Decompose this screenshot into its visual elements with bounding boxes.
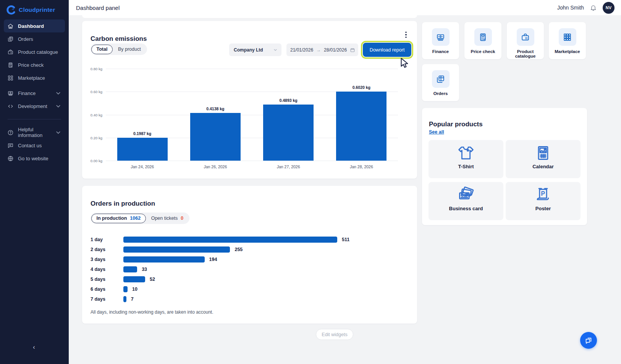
x-axis-tick-label: Jan 26, 2026 <box>190 164 241 169</box>
notifications-bell-icon[interactable] <box>590 4 597 11</box>
bar-value-label: 0.1987 kg <box>117 131 168 136</box>
sidebar-item-label: Price check <box>18 62 44 68</box>
product-tile-calendar[interactable]: Calendar <box>506 140 581 178</box>
quick-link-label: Finance <box>432 49 449 54</box>
sidebar-item-dashboard[interactable]: Dashboard <box>4 19 65 32</box>
quick-link-product-catalogue[interactable]: Product catalogue <box>507 22 544 59</box>
carbon-emissions-title: Carbon emissions <box>91 35 147 43</box>
company-select[interactable]: Company Ltd <box>229 43 281 56</box>
poster-icon: P <box>535 182 551 203</box>
bar-value-label: 52 <box>150 276 155 282</box>
product-tile-poster[interactable]: PPoster <box>506 182 581 220</box>
tab-count-badge: 1062 <box>130 216 141 221</box>
bar-value-label: 0.4138 kg <box>190 106 241 111</box>
calendar-product-icon <box>535 140 551 161</box>
brand-logo: Cloudprinter <box>0 0 69 19</box>
bar-value-label: 194 <box>209 256 217 263</box>
help-icon <box>7 129 14 136</box>
orders-bar-3-days <box>123 256 205 263</box>
sidebar-item-go-to-website[interactable]: Go to website <box>4 152 65 165</box>
sidebar-item-product-catalogue[interactable]: Product catalogue <box>4 45 65 58</box>
sidebar-item-label: Development <box>18 103 47 109</box>
sidebar-item-helpful-information[interactable]: Helpful information <box>4 126 65 139</box>
orders-in-production-title: Orders in production <box>91 200 155 208</box>
x-axis-tick-label: Jan 27, 2026 <box>263 164 314 169</box>
x-axis-tick-label: Jan 28, 2026 <box>336 164 387 169</box>
y-axis-tick-label: 0.80 kg <box>82 67 102 71</box>
duration-label: 2 days <box>91 246 120 253</box>
duration-label: 6 days <box>91 286 120 292</box>
quick-link-icon-box <box>432 70 450 88</box>
carbon-tab-by-product[interactable]: By product <box>113 44 146 54</box>
quick-link-icon-box <box>474 28 492 46</box>
x-axis-tick-label: Jan 24, 2026 <box>117 164 168 169</box>
chat-widget-button[interactable] <box>580 332 597 349</box>
bar-value-label: 10 <box>132 286 137 292</box>
chevron-down-icon <box>55 90 61 97</box>
marketplace-grid-icon <box>563 32 572 42</box>
sidebar-item-label: Helpful information <box>18 127 51 138</box>
see-all-link[interactable]: See all <box>429 129 444 135</box>
orders-bar-5-days <box>123 276 145 282</box>
brand-name: Cloudprinter <box>19 6 55 13</box>
sidebar-item-contact-us[interactable]: Contact us <box>4 139 65 152</box>
orders-tab-open-tickets[interactable]: Open tickets0 <box>146 213 189 223</box>
orders-tab-in-production[interactable]: In production1062 <box>91 214 146 223</box>
sidebar-collapse-button[interactable]: ‹ <box>27 343 40 352</box>
duration-label: 5 days <box>91 276 120 282</box>
product-label: Poster <box>535 206 551 211</box>
price-check-icon <box>478 32 488 42</box>
sidebar-item-label: Go to website <box>18 156 49 161</box>
product-label: Business card <box>449 206 483 211</box>
popular-products-card: Popular products See all T-ShirtCalendar… <box>422 108 587 225</box>
product-tile-business-card[interactable]: Business card <box>429 182 503 220</box>
duration-label: 3 days <box>91 256 120 263</box>
orders-bar-1-day <box>123 237 337 243</box>
tab-label: Total <box>97 47 108 52</box>
sidebar-item-finance[interactable]: Finance <box>4 87 65 100</box>
product-tile-t-shirt[interactable]: T-Shirt <box>429 140 503 178</box>
carbon-bar-jan-24-2026 <box>117 138 168 161</box>
bar-value-label: 255 <box>234 246 243 253</box>
carbon-bar-jan-28-2026 <box>336 92 387 161</box>
orders-bar-7-days <box>123 296 126 302</box>
carbon-emissions-card: Carbon emissions TotalBy product Company… <box>82 21 417 179</box>
y-axis-tick-label: 0.40 kg <box>82 113 102 117</box>
chevron-down-icon <box>273 48 278 52</box>
date-from: 21/01/2026 <box>290 47 313 53</box>
calendar-icon <box>350 47 355 53</box>
contact-icon <box>7 142 14 149</box>
quick-link-marketplace[interactable]: Marketplace <box>549 22 586 59</box>
download-report-button[interactable]: Download report <box>363 43 411 57</box>
sidebar-item-development[interactable]: Development <box>4 100 65 113</box>
sidebar-item-marketplace[interactable]: Marketplace <box>4 71 65 84</box>
duration-label: 1 day <box>91 237 120 243</box>
quick-link-orders[interactable]: Orders <box>422 64 459 101</box>
finance-icon <box>7 90 14 97</box>
development-icon <box>7 103 14 110</box>
sidebar-nav: DashboardOrdersProduct cataloguePrice ch… <box>0 19 69 165</box>
y-axis-tick-label: 0.00 kg <box>82 159 102 163</box>
tab-count-badge: 0 <box>181 216 183 221</box>
orders-bar-6-days <box>123 286 128 292</box>
marketplace-icon <box>7 75 14 81</box>
orders-bar-4-days <box>123 266 137 272</box>
sidebar-item-orders[interactable]: Orders <box>4 32 65 45</box>
quick-link-finance[interactable]: Finance <box>422 22 459 59</box>
scrolled-card-edge <box>82 15 417 18</box>
edit-widgets-button[interactable]: Edit widgets <box>316 329 353 340</box>
finance-icon <box>436 32 445 42</box>
carbon-tab-total[interactable]: Total <box>91 45 113 54</box>
avatar[interactable]: NV <box>603 2 615 14</box>
quick-link-price-check[interactable]: Price check <box>464 22 501 59</box>
y-axis-tick-label: 0.20 kg <box>82 135 102 140</box>
bar-value-label: 0.6020 kg <box>336 85 387 90</box>
orders-status-toggle: In production1062Open tickets0 <box>91 213 189 224</box>
date-range-picker[interactable]: 21/01/2026 → 28/01/2026 <box>286 43 358 56</box>
gridline <box>106 161 398 161</box>
carbon-card-menu-button[interactable] <box>403 31 409 39</box>
carbon-view-toggle: TotalBy product <box>91 43 147 55</box>
sidebar-item-price-check[interactable]: Price check <box>4 58 65 71</box>
quick-link-icon-box <box>432 28 450 46</box>
sidebar-divider <box>8 119 61 119</box>
